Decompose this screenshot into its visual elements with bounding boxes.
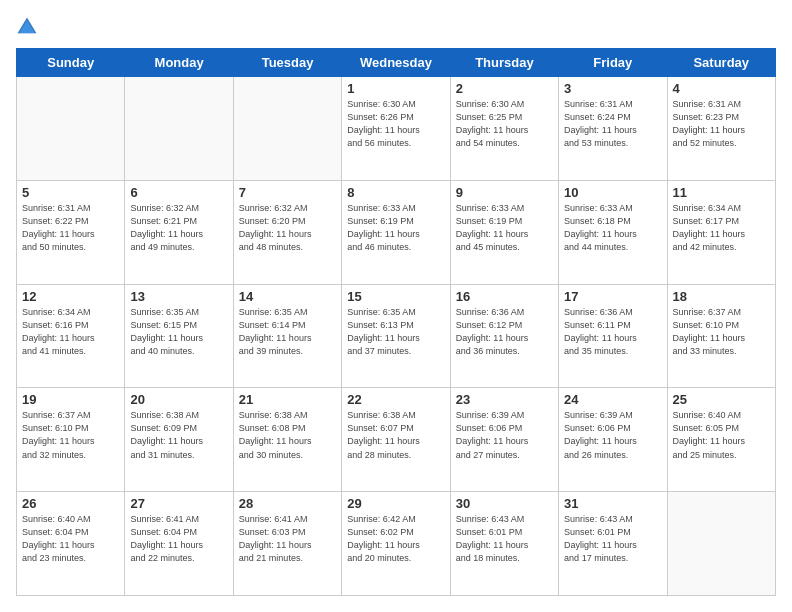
day-info: Sunrise: 6:30 AM Sunset: 6:26 PM Dayligh…: [347, 98, 444, 150]
day-number: 29: [347, 496, 444, 511]
calendar-cell: 26Sunrise: 6:40 AM Sunset: 6:04 PM Dayli…: [17, 492, 125, 596]
day-info: Sunrise: 6:31 AM Sunset: 6:24 PM Dayligh…: [564, 98, 661, 150]
day-info: Sunrise: 6:43 AM Sunset: 6:01 PM Dayligh…: [456, 513, 553, 565]
calendar-cell: 23Sunrise: 6:39 AM Sunset: 6:06 PM Dayli…: [450, 388, 558, 492]
day-info: Sunrise: 6:35 AM Sunset: 6:14 PM Dayligh…: [239, 306, 336, 358]
calendar-week-row: 5Sunrise: 6:31 AM Sunset: 6:22 PM Daylig…: [17, 180, 776, 284]
day-number: 10: [564, 185, 661, 200]
calendar-cell: 18Sunrise: 6:37 AM Sunset: 6:10 PM Dayli…: [667, 284, 775, 388]
day-info: Sunrise: 6:38 AM Sunset: 6:07 PM Dayligh…: [347, 409, 444, 461]
day-info: Sunrise: 6:37 AM Sunset: 6:10 PM Dayligh…: [673, 306, 770, 358]
day-info: Sunrise: 6:34 AM Sunset: 6:17 PM Dayligh…: [673, 202, 770, 254]
logo: [16, 16, 42, 38]
day-info: Sunrise: 6:39 AM Sunset: 6:06 PM Dayligh…: [456, 409, 553, 461]
day-number: 27: [130, 496, 227, 511]
calendar-cell: 22Sunrise: 6:38 AM Sunset: 6:07 PM Dayli…: [342, 388, 450, 492]
calendar-cell: 19Sunrise: 6:37 AM Sunset: 6:10 PM Dayli…: [17, 388, 125, 492]
day-number: 5: [22, 185, 119, 200]
day-number: 26: [22, 496, 119, 511]
calendar-week-row: 1Sunrise: 6:30 AM Sunset: 6:26 PM Daylig…: [17, 77, 776, 181]
calendar-cell: 21Sunrise: 6:38 AM Sunset: 6:08 PM Dayli…: [233, 388, 341, 492]
calendar-cell: 12Sunrise: 6:34 AM Sunset: 6:16 PM Dayli…: [17, 284, 125, 388]
calendar-cell: 6Sunrise: 6:32 AM Sunset: 6:21 PM Daylig…: [125, 180, 233, 284]
calendar-cell: 11Sunrise: 6:34 AM Sunset: 6:17 PM Dayli…: [667, 180, 775, 284]
day-number: 18: [673, 289, 770, 304]
calendar-cell: 9Sunrise: 6:33 AM Sunset: 6:19 PM Daylig…: [450, 180, 558, 284]
day-info: Sunrise: 6:33 AM Sunset: 6:19 PM Dayligh…: [347, 202, 444, 254]
calendar-cell: 5Sunrise: 6:31 AM Sunset: 6:22 PM Daylig…: [17, 180, 125, 284]
day-info: Sunrise: 6:36 AM Sunset: 6:12 PM Dayligh…: [456, 306, 553, 358]
day-info: Sunrise: 6:41 AM Sunset: 6:04 PM Dayligh…: [130, 513, 227, 565]
day-info: Sunrise: 6:40 AM Sunset: 6:04 PM Dayligh…: [22, 513, 119, 565]
day-info: Sunrise: 6:39 AM Sunset: 6:06 PM Dayligh…: [564, 409, 661, 461]
calendar-cell: 31Sunrise: 6:43 AM Sunset: 6:01 PM Dayli…: [559, 492, 667, 596]
day-info: Sunrise: 6:35 AM Sunset: 6:13 PM Dayligh…: [347, 306, 444, 358]
day-info: Sunrise: 6:34 AM Sunset: 6:16 PM Dayligh…: [22, 306, 119, 358]
weekday-header: Tuesday: [233, 49, 341, 77]
day-info: Sunrise: 6:42 AM Sunset: 6:02 PM Dayligh…: [347, 513, 444, 565]
calendar-week-row: 12Sunrise: 6:34 AM Sunset: 6:16 PM Dayli…: [17, 284, 776, 388]
day-number: 17: [564, 289, 661, 304]
day-info: Sunrise: 6:31 AM Sunset: 6:23 PM Dayligh…: [673, 98, 770, 150]
calendar-cell: 14Sunrise: 6:35 AM Sunset: 6:14 PM Dayli…: [233, 284, 341, 388]
calendar-cell: 3Sunrise: 6:31 AM Sunset: 6:24 PM Daylig…: [559, 77, 667, 181]
calendar-cell: 28Sunrise: 6:41 AM Sunset: 6:03 PM Dayli…: [233, 492, 341, 596]
calendar-cell: 27Sunrise: 6:41 AM Sunset: 6:04 PM Dayli…: [125, 492, 233, 596]
calendar-cell: 15Sunrise: 6:35 AM Sunset: 6:13 PM Dayli…: [342, 284, 450, 388]
day-number: 15: [347, 289, 444, 304]
day-number: 2: [456, 81, 553, 96]
day-number: 4: [673, 81, 770, 96]
logo-icon: [16, 16, 38, 38]
day-number: 28: [239, 496, 336, 511]
day-number: 30: [456, 496, 553, 511]
calendar-cell: [17, 77, 125, 181]
page: SundayMondayTuesdayWednesdayThursdayFrid…: [0, 0, 792, 612]
weekday-header: Wednesday: [342, 49, 450, 77]
calendar-cell: 20Sunrise: 6:38 AM Sunset: 6:09 PM Dayli…: [125, 388, 233, 492]
day-info: Sunrise: 6:33 AM Sunset: 6:19 PM Dayligh…: [456, 202, 553, 254]
calendar-cell: 29Sunrise: 6:42 AM Sunset: 6:02 PM Dayli…: [342, 492, 450, 596]
weekday-header: Friday: [559, 49, 667, 77]
day-info: Sunrise: 6:31 AM Sunset: 6:22 PM Dayligh…: [22, 202, 119, 254]
calendar-cell: 8Sunrise: 6:33 AM Sunset: 6:19 PM Daylig…: [342, 180, 450, 284]
day-number: 12: [22, 289, 119, 304]
calendar-table: SundayMondayTuesdayWednesdayThursdayFrid…: [16, 48, 776, 596]
day-number: 9: [456, 185, 553, 200]
day-info: Sunrise: 6:40 AM Sunset: 6:05 PM Dayligh…: [673, 409, 770, 461]
calendar-cell: [233, 77, 341, 181]
weekday-header: Monday: [125, 49, 233, 77]
calendar-cell: 2Sunrise: 6:30 AM Sunset: 6:25 PM Daylig…: [450, 77, 558, 181]
weekday-header: Thursday: [450, 49, 558, 77]
day-number: 24: [564, 392, 661, 407]
day-number: 20: [130, 392, 227, 407]
day-info: Sunrise: 6:33 AM Sunset: 6:18 PM Dayligh…: [564, 202, 661, 254]
calendar-cell: 7Sunrise: 6:32 AM Sunset: 6:20 PM Daylig…: [233, 180, 341, 284]
day-number: 8: [347, 185, 444, 200]
day-info: Sunrise: 6:38 AM Sunset: 6:09 PM Dayligh…: [130, 409, 227, 461]
day-info: Sunrise: 6:36 AM Sunset: 6:11 PM Dayligh…: [564, 306, 661, 358]
calendar-week-row: 26Sunrise: 6:40 AM Sunset: 6:04 PM Dayli…: [17, 492, 776, 596]
day-number: 6: [130, 185, 227, 200]
day-number: 31: [564, 496, 661, 511]
day-info: Sunrise: 6:37 AM Sunset: 6:10 PM Dayligh…: [22, 409, 119, 461]
day-info: Sunrise: 6:38 AM Sunset: 6:08 PM Dayligh…: [239, 409, 336, 461]
day-info: Sunrise: 6:32 AM Sunset: 6:21 PM Dayligh…: [130, 202, 227, 254]
calendar-cell: 13Sunrise: 6:35 AM Sunset: 6:15 PM Dayli…: [125, 284, 233, 388]
day-number: 21: [239, 392, 336, 407]
day-number: 7: [239, 185, 336, 200]
day-number: 23: [456, 392, 553, 407]
day-number: 13: [130, 289, 227, 304]
day-number: 19: [22, 392, 119, 407]
day-info: Sunrise: 6:41 AM Sunset: 6:03 PM Dayligh…: [239, 513, 336, 565]
calendar-cell: 24Sunrise: 6:39 AM Sunset: 6:06 PM Dayli…: [559, 388, 667, 492]
calendar-cell: 16Sunrise: 6:36 AM Sunset: 6:12 PM Dayli…: [450, 284, 558, 388]
calendar-header-row: SundayMondayTuesdayWednesdayThursdayFrid…: [17, 49, 776, 77]
day-number: 22: [347, 392, 444, 407]
header: [16, 16, 776, 38]
day-number: 1: [347, 81, 444, 96]
day-number: 11: [673, 185, 770, 200]
weekday-header: Saturday: [667, 49, 775, 77]
day-number: 14: [239, 289, 336, 304]
calendar-cell: 25Sunrise: 6:40 AM Sunset: 6:05 PM Dayli…: [667, 388, 775, 492]
calendar-cell: 4Sunrise: 6:31 AM Sunset: 6:23 PM Daylig…: [667, 77, 775, 181]
